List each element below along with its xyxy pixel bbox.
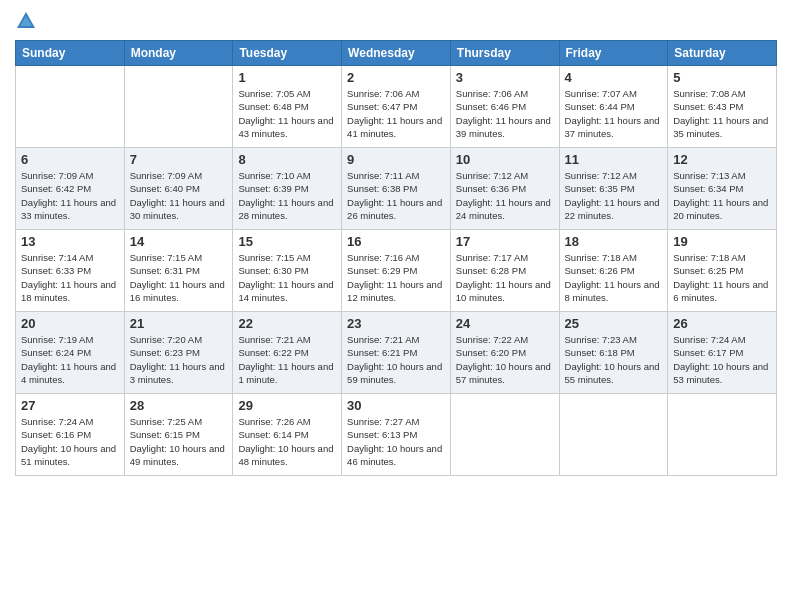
calendar-cell: 11Sunrise: 7:12 AM Sunset: 6:35 PM Dayli… bbox=[559, 148, 668, 230]
calendar-cell: 2Sunrise: 7:06 AM Sunset: 6:47 PM Daylig… bbox=[342, 66, 451, 148]
day-info: Sunrise: 7:17 AM Sunset: 6:28 PM Dayligh… bbox=[456, 251, 554, 304]
weekday-header-wednesday: Wednesday bbox=[342, 41, 451, 66]
week-row-2: 6Sunrise: 7:09 AM Sunset: 6:42 PM Daylig… bbox=[16, 148, 777, 230]
calendar-cell: 20Sunrise: 7:19 AM Sunset: 6:24 PM Dayli… bbox=[16, 312, 125, 394]
day-number: 21 bbox=[130, 316, 228, 331]
calendar-cell: 1Sunrise: 7:05 AM Sunset: 6:48 PM Daylig… bbox=[233, 66, 342, 148]
calendar-cell: 18Sunrise: 7:18 AM Sunset: 6:26 PM Dayli… bbox=[559, 230, 668, 312]
calendar-cell bbox=[450, 394, 559, 476]
calendar-cell: 30Sunrise: 7:27 AM Sunset: 6:13 PM Dayli… bbox=[342, 394, 451, 476]
calendar-cell: 9Sunrise: 7:11 AM Sunset: 6:38 PM Daylig… bbox=[342, 148, 451, 230]
day-info: Sunrise: 7:25 AM Sunset: 6:15 PM Dayligh… bbox=[130, 415, 228, 468]
day-number: 26 bbox=[673, 316, 771, 331]
day-info: Sunrise: 7:21 AM Sunset: 6:22 PM Dayligh… bbox=[238, 333, 336, 386]
day-number: 27 bbox=[21, 398, 119, 413]
day-info: Sunrise: 7:26 AM Sunset: 6:14 PM Dayligh… bbox=[238, 415, 336, 468]
calendar-cell: 29Sunrise: 7:26 AM Sunset: 6:14 PM Dayli… bbox=[233, 394, 342, 476]
calendar-cell bbox=[668, 394, 777, 476]
calendar-table: SundayMondayTuesdayWednesdayThursdayFrid… bbox=[15, 40, 777, 476]
day-number: 25 bbox=[565, 316, 663, 331]
calendar-cell: 16Sunrise: 7:16 AM Sunset: 6:29 PM Dayli… bbox=[342, 230, 451, 312]
weekday-header-row: SundayMondayTuesdayWednesdayThursdayFrid… bbox=[16, 41, 777, 66]
day-info: Sunrise: 7:15 AM Sunset: 6:31 PM Dayligh… bbox=[130, 251, 228, 304]
week-row-1: 1Sunrise: 7:05 AM Sunset: 6:48 PM Daylig… bbox=[16, 66, 777, 148]
day-info: Sunrise: 7:08 AM Sunset: 6:43 PM Dayligh… bbox=[673, 87, 771, 140]
day-number: 22 bbox=[238, 316, 336, 331]
day-number: 5 bbox=[673, 70, 771, 85]
day-info: Sunrise: 7:15 AM Sunset: 6:30 PM Dayligh… bbox=[238, 251, 336, 304]
day-info: Sunrise: 7:22 AM Sunset: 6:20 PM Dayligh… bbox=[456, 333, 554, 386]
week-row-4: 20Sunrise: 7:19 AM Sunset: 6:24 PM Dayli… bbox=[16, 312, 777, 394]
calendar-cell: 24Sunrise: 7:22 AM Sunset: 6:20 PM Dayli… bbox=[450, 312, 559, 394]
weekday-header-thursday: Thursday bbox=[450, 41, 559, 66]
day-info: Sunrise: 7:06 AM Sunset: 6:46 PM Dayligh… bbox=[456, 87, 554, 140]
day-number: 6 bbox=[21, 152, 119, 167]
calendar-cell: 7Sunrise: 7:09 AM Sunset: 6:40 PM Daylig… bbox=[124, 148, 233, 230]
day-number: 8 bbox=[238, 152, 336, 167]
calendar-cell: 13Sunrise: 7:14 AM Sunset: 6:33 PM Dayli… bbox=[16, 230, 125, 312]
day-number: 16 bbox=[347, 234, 445, 249]
calendar-cell: 15Sunrise: 7:15 AM Sunset: 6:30 PM Dayli… bbox=[233, 230, 342, 312]
logo bbox=[15, 10, 39, 32]
day-info: Sunrise: 7:05 AM Sunset: 6:48 PM Dayligh… bbox=[238, 87, 336, 140]
day-number: 28 bbox=[130, 398, 228, 413]
calendar-cell: 17Sunrise: 7:17 AM Sunset: 6:28 PM Dayli… bbox=[450, 230, 559, 312]
day-info: Sunrise: 7:14 AM Sunset: 6:33 PM Dayligh… bbox=[21, 251, 119, 304]
day-number: 1 bbox=[238, 70, 336, 85]
calendar-cell: 27Sunrise: 7:24 AM Sunset: 6:16 PM Dayli… bbox=[16, 394, 125, 476]
weekday-header-sunday: Sunday bbox=[16, 41, 125, 66]
day-number: 18 bbox=[565, 234, 663, 249]
day-info: Sunrise: 7:23 AM Sunset: 6:18 PM Dayligh… bbox=[565, 333, 663, 386]
calendar-cell: 19Sunrise: 7:18 AM Sunset: 6:25 PM Dayli… bbox=[668, 230, 777, 312]
day-info: Sunrise: 7:07 AM Sunset: 6:44 PM Dayligh… bbox=[565, 87, 663, 140]
day-number: 30 bbox=[347, 398, 445, 413]
day-number: 4 bbox=[565, 70, 663, 85]
day-number: 14 bbox=[130, 234, 228, 249]
day-info: Sunrise: 7:09 AM Sunset: 6:42 PM Dayligh… bbox=[21, 169, 119, 222]
page-header bbox=[15, 10, 777, 32]
day-info: Sunrise: 7:12 AM Sunset: 6:36 PM Dayligh… bbox=[456, 169, 554, 222]
day-info: Sunrise: 7:11 AM Sunset: 6:38 PM Dayligh… bbox=[347, 169, 445, 222]
weekday-header-tuesday: Tuesday bbox=[233, 41, 342, 66]
day-info: Sunrise: 7:06 AM Sunset: 6:47 PM Dayligh… bbox=[347, 87, 445, 140]
calendar-cell: 22Sunrise: 7:21 AM Sunset: 6:22 PM Dayli… bbox=[233, 312, 342, 394]
day-number: 3 bbox=[456, 70, 554, 85]
day-number: 17 bbox=[456, 234, 554, 249]
day-number: 24 bbox=[456, 316, 554, 331]
day-number: 13 bbox=[21, 234, 119, 249]
calendar-cell: 6Sunrise: 7:09 AM Sunset: 6:42 PM Daylig… bbox=[16, 148, 125, 230]
day-info: Sunrise: 7:21 AM Sunset: 6:21 PM Dayligh… bbox=[347, 333, 445, 386]
day-info: Sunrise: 7:19 AM Sunset: 6:24 PM Dayligh… bbox=[21, 333, 119, 386]
calendar-page: SundayMondayTuesdayWednesdayThursdayFrid… bbox=[0, 0, 792, 612]
weekday-header-friday: Friday bbox=[559, 41, 668, 66]
day-info: Sunrise: 7:24 AM Sunset: 6:17 PM Dayligh… bbox=[673, 333, 771, 386]
calendar-cell: 8Sunrise: 7:10 AM Sunset: 6:39 PM Daylig… bbox=[233, 148, 342, 230]
day-info: Sunrise: 7:13 AM Sunset: 6:34 PM Dayligh… bbox=[673, 169, 771, 222]
weekday-header-saturday: Saturday bbox=[668, 41, 777, 66]
day-number: 29 bbox=[238, 398, 336, 413]
day-info: Sunrise: 7:20 AM Sunset: 6:23 PM Dayligh… bbox=[130, 333, 228, 386]
week-row-5: 27Sunrise: 7:24 AM Sunset: 6:16 PM Dayli… bbox=[16, 394, 777, 476]
day-number: 23 bbox=[347, 316, 445, 331]
calendar-cell: 3Sunrise: 7:06 AM Sunset: 6:46 PM Daylig… bbox=[450, 66, 559, 148]
calendar-cell bbox=[559, 394, 668, 476]
day-info: Sunrise: 7:18 AM Sunset: 6:25 PM Dayligh… bbox=[673, 251, 771, 304]
calendar-cell: 23Sunrise: 7:21 AM Sunset: 6:21 PM Dayli… bbox=[342, 312, 451, 394]
calendar-cell: 14Sunrise: 7:15 AM Sunset: 6:31 PM Dayli… bbox=[124, 230, 233, 312]
day-number: 12 bbox=[673, 152, 771, 167]
day-info: Sunrise: 7:27 AM Sunset: 6:13 PM Dayligh… bbox=[347, 415, 445, 468]
day-info: Sunrise: 7:09 AM Sunset: 6:40 PM Dayligh… bbox=[130, 169, 228, 222]
calendar-cell: 5Sunrise: 7:08 AM Sunset: 6:43 PM Daylig… bbox=[668, 66, 777, 148]
week-row-3: 13Sunrise: 7:14 AM Sunset: 6:33 PM Dayli… bbox=[16, 230, 777, 312]
calendar-cell: 10Sunrise: 7:12 AM Sunset: 6:36 PM Dayli… bbox=[450, 148, 559, 230]
day-number: 2 bbox=[347, 70, 445, 85]
logo-icon bbox=[15, 10, 37, 32]
day-number: 7 bbox=[130, 152, 228, 167]
day-info: Sunrise: 7:24 AM Sunset: 6:16 PM Dayligh… bbox=[21, 415, 119, 468]
calendar-cell: 21Sunrise: 7:20 AM Sunset: 6:23 PM Dayli… bbox=[124, 312, 233, 394]
day-number: 9 bbox=[347, 152, 445, 167]
calendar-cell: 28Sunrise: 7:25 AM Sunset: 6:15 PM Dayli… bbox=[124, 394, 233, 476]
calendar-cell: 25Sunrise: 7:23 AM Sunset: 6:18 PM Dayli… bbox=[559, 312, 668, 394]
day-number: 11 bbox=[565, 152, 663, 167]
calendar-cell bbox=[124, 66, 233, 148]
